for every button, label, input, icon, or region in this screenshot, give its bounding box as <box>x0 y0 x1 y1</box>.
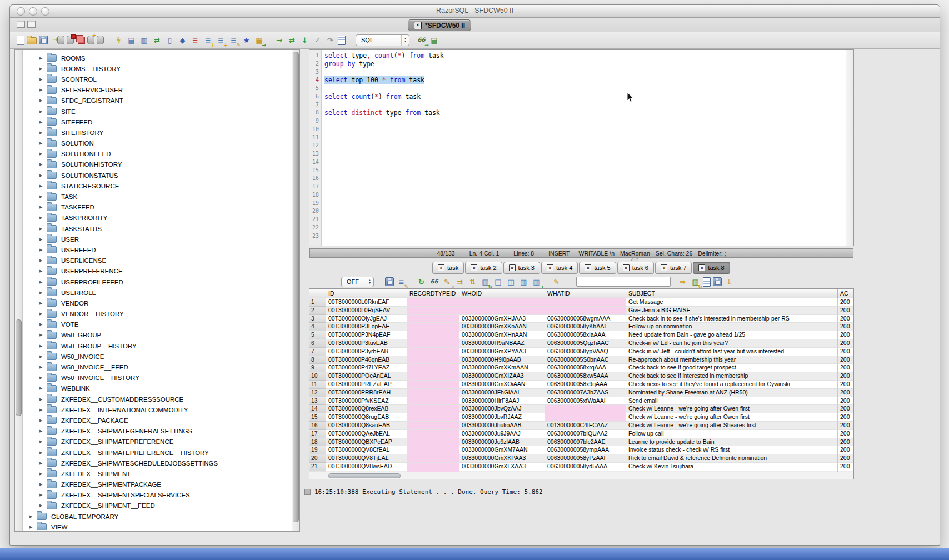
expand-icon[interactable]: ▶ <box>39 173 47 178</box>
form-view-icon[interactable]: ▤ <box>126 35 137 46</box>
copy-cells-icon[interactable]: ▥ <box>518 277 529 287</box>
edit-lines-icon[interactable]: ≡✎ <box>228 35 239 46</box>
find-replace-icon[interactable]: 66→ <box>416 35 427 46</box>
new-doc-icon[interactable] <box>703 277 711 287</box>
expand-icon[interactable]: ▶ <box>39 258 47 263</box>
table-row[interactable]: 1100T3000000PREZaEAP0033000000GmXOiAAN00… <box>309 381 853 389</box>
result-tab[interactable]: ×task 5 <box>579 262 616 274</box>
tree-item[interactable]: ▶SITEHISTORY <box>23 127 292 138</box>
tree-item[interactable]: ▶USERFEED <box>23 244 292 255</box>
expand-icon[interactable]: ▶ <box>39 503 47 508</box>
new-connection-icon[interactable] <box>87 36 94 44</box>
expand-icon[interactable]: ▶ <box>39 451 47 455</box>
tree-item[interactable]: ▶W50_GROUP <box>23 330 292 341</box>
rollback-icon[interactable]: ↷ <box>325 35 336 46</box>
result-tab[interactable]: ×task 2 <box>465 262 502 274</box>
expand-icon[interactable]: ▶ <box>39 98 47 103</box>
tree-item[interactable]: ▶GLOBAL TEMPORARY <box>23 511 292 522</box>
tree-item[interactable]: ▶ZKFEDEX__CUSTOMADDRESSSOURCE <box>23 394 292 404</box>
result-tab[interactable]: ×task 3 <box>503 262 540 274</box>
tab-close-icon[interactable]: × <box>414 22 422 29</box>
tree-item[interactable]: ▶VENDOR <box>23 298 292 308</box>
expand-icon[interactable]: ▶ <box>39 312 47 316</box>
expand-icon[interactable]: ▶ <box>39 291 47 295</box>
tree-item[interactable]: ▶ZKFEDEX__SHIPMATEPREFERENCE <box>23 437 292 447</box>
editor-scrollbar[interactable] <box>846 50 853 246</box>
table-row[interactable]: 1500T3000000Q8rugEAB0033000000JbvRJAAZCh… <box>309 413 853 422</box>
code-area[interactable]: select type, count(*) from taskgroup by … <box>322 50 846 246</box>
expand-icon[interactable]: ▶ <box>39 493 47 497</box>
tree-item[interactable]: ▶ZKFEDEX__SHIPMENT <box>23 468 292 479</box>
export-doc-icon[interactable]: ▥ <box>139 35 149 46</box>
tree-item[interactable]: ▶ROOMS <box>23 53 292 63</box>
expand-icon[interactable]: ▶ <box>39 429 47 433</box>
table-row[interactable]: 1800T3000000QBXPeEAP0033000000Ju9zlAAB00… <box>309 438 853 447</box>
tree-item[interactable]: ▶SOLUTIONHISTORY <box>23 159 292 170</box>
expand-icon[interactable]: ▶ <box>39 184 47 188</box>
limit-select[interactable]: OFF ▴▾ <box>341 277 374 287</box>
column-header[interactable] <box>309 289 326 298</box>
table-row[interactable]: 2100T3000000QV8wsEAD0033000000GmXLXAA300… <box>309 463 853 471</box>
expand-icon[interactable]: ▶ <box>39 162 47 167</box>
export-results-icon[interactable]: ▦↻ <box>690 277 701 287</box>
tree-item[interactable]: ▶VENDOR__HISTORY <box>23 309 292 319</box>
table-row[interactable]: 1000T3000000POeAnEAL0033000000GmXIZAA300… <box>309 372 853 381</box>
tree-view-icon[interactable]: ⇉ <box>454 277 465 287</box>
book-icon[interactable]: ◆ <box>177 35 188 46</box>
refresh-doc-icon[interactable]: ⇄ <box>152 35 162 46</box>
expand-icon[interactable]: ▶ <box>29 525 37 529</box>
result-tab[interactable]: ×task 6 <box>617 262 654 274</box>
tab-close-icon[interactable]: × <box>623 264 630 271</box>
fetch-icon[interactable]: ↓ <box>299 35 310 46</box>
table-header[interactable]: IDRECORDTYPEIDWHOIDWHATIDSUBJECTAC <box>309 289 853 298</box>
expand-icon[interactable]: ▶ <box>39 365 47 369</box>
expand-icon[interactable]: ▶ <box>39 109 47 114</box>
expand-icon[interactable]: ▶ <box>39 408 47 412</box>
table-row[interactable]: 300T3000000OiyJgEAJ0033000000GmXHJAA3006… <box>309 315 853 323</box>
results-filter-input[interactable] <box>576 277 671 287</box>
expand-icon[interactable]: ▶ <box>39 56 47 61</box>
table-row[interactable]: 900T3000000P47LYEAZ0033000000GmXKmAAN006… <box>309 364 853 372</box>
tree-item[interactable]: ▶SCONTROL <box>23 74 292 84</box>
highlight-icon[interactable]: ✎ <box>551 277 562 287</box>
add-lines-icon[interactable]: ≡+ <box>216 35 226 46</box>
table-export-icon[interactable]: ▦→ <box>254 35 264 46</box>
expand-icon[interactable]: ▶ <box>39 439 47 444</box>
tree-item[interactable]: ▶TASKSTATUS <box>23 223 292 234</box>
table-row[interactable]: 500T3000000P3N4pEAF0033000000GmXHnAAN006… <box>309 331 853 339</box>
pane-view-icon[interactable]: ◫ <box>506 277 516 287</box>
expand-icon[interactable]: ▶ <box>39 67 47 71</box>
tree-item[interactable]: ▶USER <box>23 234 292 244</box>
tree-item[interactable]: ▶ZKFEDEX__SHIPMENTPACKAGE <box>23 479 292 490</box>
commit-icon[interactable]: ✓ <box>312 35 323 46</box>
tree-item[interactable]: ▶USERLICENSE <box>23 256 292 266</box>
tree-item[interactable]: ▶ZKFEDEX__PACKAGE <box>23 415 292 426</box>
expand-icon[interactable]: ▶ <box>39 120 47 124</box>
column-header[interactable]: WHATID <box>545 289 626 298</box>
table-refresh-icon[interactable]: ▦↻ <box>480 277 491 287</box>
tab-close-icon[interactable]: × <box>471 264 477 271</box>
internal-window-icon[interactable] <box>27 21 36 28</box>
tree-item[interactable]: ▶W50_INVOICE__FEED <box>23 362 292 372</box>
result-tab[interactable]: ×task <box>432 262 464 274</box>
table-row[interactable]: 2000T3000000QV8TjEAL0033000000GmXKPAA300… <box>309 454 853 463</box>
save-results-icon[interactable] <box>385 277 394 286</box>
sidebar-right-scrollbar[interactable] <box>292 50 299 531</box>
tree-item[interactable]: ▶USERPROFILEFEED <box>23 277 292 287</box>
expand-icon[interactable]: ▶ <box>39 88 47 92</box>
tab-close-icon[interactable]: × <box>585 264 591 271</box>
expand-icon[interactable]: ▶ <box>39 227 47 231</box>
tab-close-icon[interactable]: × <box>438 264 444 271</box>
expand-icon[interactable]: ▶ <box>39 77 47 82</box>
result-tab[interactable]: ×task 4 <box>541 262 578 274</box>
search-results-icon[interactable]: 66 <box>429 277 439 287</box>
tree-item[interactable]: ▶SFDC_REGISTRANT <box>23 96 292 106</box>
table-row[interactable]: 1400T3000000Q8rexEAB0033000000JbvQzAAJCh… <box>309 405 853 413</box>
expand-icon[interactable]: ▶ <box>39 152 47 156</box>
tree-item[interactable]: ▶ZKFEDEX__INTERNATIONALCOMMODITY <box>23 404 292 415</box>
scrollbar-thumb[interactable] <box>328 473 401 478</box>
column-header[interactable]: WHOID <box>459 289 545 298</box>
table-hscrollbar[interactable] <box>309 472 853 479</box>
expand-icon[interactable]: ▶ <box>39 482 47 487</box>
execute-all-icon[interactable]: ⇄ <box>287 35 297 46</box>
